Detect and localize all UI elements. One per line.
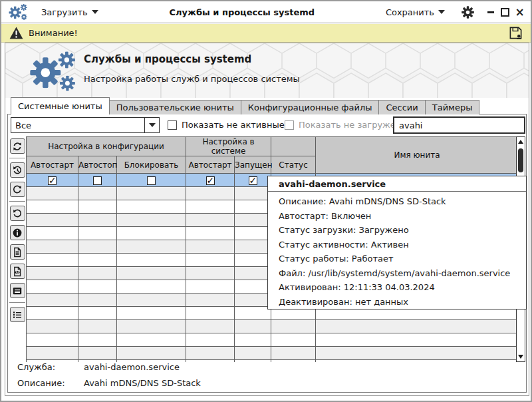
warning-text: Внимание! bbox=[29, 28, 78, 38]
tooltip-line: Статус работы: Работает bbox=[279, 252, 526, 266]
tab-system-units[interactable]: Системные юниты bbox=[11, 97, 110, 114]
empty-cell bbox=[235, 307, 271, 320]
tooltip-line: Файл: /usr/lib/systemd/system/avahi-daem… bbox=[279, 266, 526, 281]
refresh-icon bbox=[12, 141, 23, 152]
empty-cell bbox=[117, 320, 186, 333]
empty-cell bbox=[117, 267, 186, 280]
empty-cell bbox=[235, 294, 271, 307]
unit-filter-dropdown[interactable]: Все bbox=[11, 117, 160, 133]
autostart-cfg-cell bbox=[27, 174, 78, 187]
checkbox-icon[interactable] bbox=[147, 176, 156, 185]
minimize-button[interactable] bbox=[486, 8, 495, 17]
save-button[interactable]: Сохранить bbox=[380, 5, 450, 20]
tooltip-line: Статус загрузки: Загружено bbox=[279, 223, 526, 238]
tab-user-units[interactable]: Пользовательские юниты bbox=[110, 100, 241, 114]
table-row-empty[interactable] bbox=[27, 320, 519, 333]
separator bbox=[9, 302, 25, 303]
empty-cell bbox=[27, 187, 78, 200]
load-button-label: Загрузить bbox=[41, 7, 88, 17]
empty-cell bbox=[78, 307, 117, 320]
empty-cell bbox=[186, 227, 235, 240]
empty-cell bbox=[117, 254, 186, 267]
refresh-button[interactable] bbox=[10, 138, 25, 154]
tab-config-files[interactable]: Конфигурационные файлы bbox=[241, 100, 380, 114]
scroll-up-button[interactable] bbox=[517, 137, 525, 146]
dropdown-arrow-button[interactable] bbox=[144, 118, 159, 132]
block-cell bbox=[117, 174, 186, 187]
tooltip-line: Статус активности: Активен bbox=[279, 238, 526, 252]
empty-cell bbox=[27, 267, 78, 280]
undo-button[interactable] bbox=[10, 206, 25, 221]
search-input[interactable] bbox=[393, 116, 525, 134]
empty-cell bbox=[186, 294, 235, 307]
scrollbar-thumb[interactable] bbox=[518, 148, 523, 172]
empty-cell bbox=[78, 267, 117, 280]
checkbox-icon[interactable] bbox=[93, 176, 102, 185]
empty-cell bbox=[316, 360, 519, 363]
empty-cell bbox=[271, 347, 316, 360]
history-icon bbox=[12, 165, 23, 176]
group-header-system[interactable]: Настройка в системе bbox=[186, 137, 271, 156]
empty-cell bbox=[186, 307, 235, 320]
group-header-config[interactable]: Настройка в конфигурации bbox=[27, 137, 186, 156]
empty-cell bbox=[235, 214, 271, 227]
empty-cell bbox=[78, 333, 117, 347]
tab-timers[interactable]: Таймеры bbox=[426, 100, 480, 114]
empty-cell bbox=[186, 320, 235, 333]
column-header-autostart-cfg[interactable]: Автостарт bbox=[27, 156, 78, 174]
empty-cell bbox=[235, 347, 271, 360]
app-window: Загрузить Службы и процессы systemd Сохр… bbox=[0, 0, 532, 402]
info-icon bbox=[12, 228, 23, 238]
empty-cell bbox=[316, 347, 519, 360]
empty-cell bbox=[117, 333, 186, 347]
empty-cell bbox=[235, 187, 271, 200]
window-controls: × bbox=[486, 8, 524, 17]
empty-cell bbox=[78, 200, 117, 214]
gears-logo-icon bbox=[20, 50, 85, 93]
table-row-empty[interactable] bbox=[27, 333, 519, 347]
column-header-block[interactable]: Блокировать bbox=[117, 156, 186, 174]
info-button[interactable] bbox=[10, 225, 25, 240]
empty-cell bbox=[235, 280, 271, 294]
empty-cell bbox=[117, 200, 186, 214]
titlebar: Загрузить Службы и процессы systemd Сохр… bbox=[1, 1, 531, 23]
checkbox-icon[interactable] bbox=[206, 176, 215, 185]
header-banner: Службы и процессы systemd Настройка рабо… bbox=[5, 43, 529, 98]
maximize-button[interactable] bbox=[501, 8, 509, 17]
empty-cell bbox=[78, 187, 117, 200]
column-header-running[interactable]: Запущен bbox=[235, 156, 271, 174]
list-button[interactable] bbox=[10, 307, 25, 322]
column-header-status[interactable]: Статус bbox=[271, 156, 316, 174]
checkbox-icon[interactable] bbox=[48, 176, 57, 185]
column-header-autostop[interactable]: Автостоп bbox=[78, 156, 117, 174]
settings-button[interactable] bbox=[460, 4, 475, 20]
app-gears-icon bbox=[8, 3, 28, 21]
empty-cell bbox=[27, 320, 78, 333]
history-button[interactable] bbox=[10, 162, 25, 178]
scroll-down-button[interactable] bbox=[517, 352, 525, 361]
empty-cell bbox=[27, 200, 78, 214]
empty-cell bbox=[27, 227, 78, 240]
empty-cell bbox=[186, 280, 235, 294]
column-header-unit-name[interactable]: Имя юнита bbox=[316, 137, 519, 174]
checkbox-icon[interactable] bbox=[249, 176, 257, 185]
empty-cell bbox=[27, 240, 78, 254]
empty-cell bbox=[186, 240, 235, 254]
tooltip-line: Описание: Avahi mDNS/DNS SD-Stack bbox=[279, 194, 526, 209]
file-code-button[interactable] bbox=[10, 264, 25, 279]
running-cell bbox=[235, 174, 271, 187]
close-button[interactable]: × bbox=[515, 8, 524, 17]
empty-cell bbox=[78, 320, 117, 333]
load-button[interactable]: Загрузить bbox=[36, 5, 104, 20]
empty-cell bbox=[186, 267, 235, 280]
floppy-save-icon[interactable] bbox=[509, 26, 523, 40]
file-button[interactable] bbox=[10, 244, 25, 260]
redo-button[interactable] bbox=[10, 182, 25, 197]
show-inactive-checkbox[interactable]: Показать не активные bbox=[168, 120, 285, 130]
gear-icon bbox=[462, 6, 474, 19]
banner-title: Службы и процессы systemd bbox=[84, 53, 300, 65]
details-panel-button[interactable] bbox=[10, 283, 25, 298]
empty-cell bbox=[27, 214, 78, 227]
tab-sessions[interactable]: Сессии bbox=[379, 100, 425, 114]
column-header-autostart-sys[interactable]: Автостарт bbox=[186, 156, 235, 174]
